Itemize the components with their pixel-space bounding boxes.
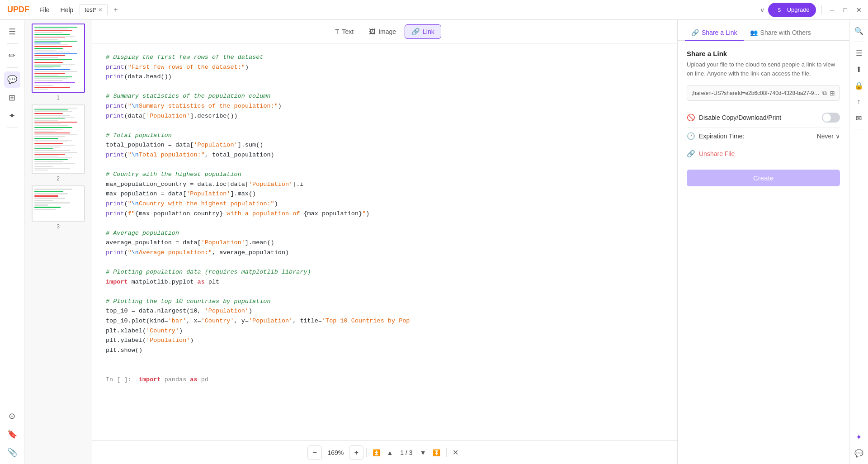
code-line-18: # Plotting population data (requires mat… — [106, 267, 664, 277]
upgrade-label: Upgrade — [787, 6, 810, 13]
right-sep-2 — [854, 129, 863, 129]
copy-link-icon[interactable]: ⧉ — [822, 89, 827, 97]
disable-option-left: 🚫 Disable Copy/Download/Print — [687, 114, 781, 122]
nav-sep — [446, 448, 447, 457]
last-page-button[interactable]: ⏬ — [430, 446, 443, 459]
menu-file[interactable]: File — [35, 5, 54, 15]
lock-right-icon[interactable]: 🔒 — [852, 78, 866, 93]
disable-option-label: Disable Copy/Download/Print — [699, 114, 781, 121]
prev-page-button[interactable]: ▲ — [383, 446, 396, 459]
link-tool-button[interactable]: 🔗 Link — [405, 24, 441, 39]
properties-right-icon[interactable]: ☰ — [852, 46, 866, 60]
thumb-img-3 — [32, 185, 85, 222]
share-link-value: ;hare/en-US?shareId=e2b6c08f-740d-4328-b… — [692, 90, 820, 96]
email-right-icon[interactable]: ✉ — [852, 111, 866, 125]
thumbnail-icon[interactable]: ☰ — [4, 24, 20, 40]
pages-icon[interactable]: ⊞ — [4, 90, 20, 106]
code-line-21: top_10 = data.nlargest(10, 'Population') — [106, 306, 664, 316]
code-line-19: import matplotlib.pyplot as plt — [106, 277, 664, 287]
code-view: # Display the first few rows of the data… — [92, 43, 677, 440]
window-minimize-chevron[interactable]: ∨ — [760, 6, 764, 14]
code-line-6: print(data['Population'].describe()) — [106, 111, 664, 121]
comment-icon[interactable]: 💬 — [4, 71, 20, 88]
bookmark-icon[interactable]: 🔖 — [4, 426, 20, 442]
share-link-icon: 🔗 — [691, 29, 699, 36]
share-link-tab[interactable]: 🔗 Share a Link — [685, 25, 744, 41]
share-tabs: 🔗 Share a Link 👥 Share with Others — [678, 20, 849, 41]
create-link-button[interactable]: Create — [687, 170, 840, 186]
expiry-value-dropdown[interactable]: Never ∨ — [817, 133, 840, 140]
thumbnail-page-2[interactable]: 2 — [32, 104, 85, 182]
disable-option: 🚫 Disable Copy/Download/Print — [687, 108, 840, 128]
thumb-page-num-2: 2 — [57, 175, 60, 182]
active-tab[interactable]: test* ✕ — [80, 4, 108, 15]
next-page-button[interactable]: ▼ — [416, 446, 430, 459]
unshare-label: Unshare File — [699, 150, 735, 157]
sidebar-sep-1 — [7, 43, 18, 44]
menu-help[interactable]: Help — [56, 5, 78, 15]
current-page: 1 — [400, 449, 404, 456]
code-line-13: print("\nCountry with the highest popula… — [106, 199, 664, 209]
code-line-17: print("\nAverage population:", average_p… — [106, 248, 664, 258]
image-tool-button[interactable]: 🖼 Image — [362, 24, 403, 38]
close-bar-button[interactable]: ✕ — [449, 446, 462, 459]
share-section-title: Share a Link — [687, 50, 840, 57]
edit-icon[interactable]: ✏ — [4, 47, 20, 64]
thumbnail-page-3[interactable]: 3 — [32, 185, 85, 230]
page-info: 1 / 3 — [396, 449, 416, 456]
extract-right-icon[interactable]: ⬆ — [852, 62, 866, 76]
code-line-bottom: In [ ]: import pandas as pd — [106, 375, 664, 385]
ai-right-icon[interactable]: ✦ — [852, 430, 866, 444]
content-area: T Text 🖼 Image 🔗 Link # Display the firs… — [92, 20, 677, 464]
text-search-icon[interactable]: ✦ — [4, 108, 20, 124]
comment-right-icon[interactable]: 💬 — [852, 446, 866, 460]
share-others-tab-label: Share with Others — [760, 29, 811, 36]
new-tab-button[interactable]: ＋ — [109, 4, 122, 15]
code-line-12: max_population = data['Population'].max(… — [106, 189, 664, 199]
minimize-button[interactable]: ─ — [827, 6, 837, 14]
main-area: ☰ ✏ 💬 ⊞ ✦ ⊙ 🔖 📎 — [0, 20, 868, 464]
code-line-3: print(data.head()) — [106, 72, 664, 82]
upgrade-button[interactable]: S Upgrade — [768, 3, 816, 17]
qr-code-icon[interactable]: ⊞ — [830, 90, 835, 97]
code-line-15: # Average population — [106, 228, 664, 238]
share-others-tab[interactable]: 👥 Share with Others — [744, 25, 817, 41]
code-line-2: print("First few rows of the dataset:") — [106, 62, 664, 72]
zoom-in-button[interactable]: + — [349, 445, 363, 460]
thumb-img-2 — [32, 104, 85, 174]
thumbnail-page-1[interactable]: 1 — [32, 24, 85, 101]
layers-icon[interactable]: ⊙ — [4, 408, 20, 424]
upload-right-icon[interactable]: ↑ — [852, 95, 866, 109]
code-line-11: max_population_country = data.loc[data['… — [106, 180, 664, 189]
disable-option-icon: 🚫 — [687, 114, 695, 122]
code-line-22: top_10.plot(kind='bar', x='Country', y='… — [106, 316, 664, 326]
code-line-14: print(f"{max_population_country} with a … — [106, 209, 664, 219]
zoom-level-display: 169% — [322, 449, 349, 456]
thumb-page-num-1: 1 — [57, 95, 60, 101]
toolbar: T Text 🖼 Image 🔗 Link — [92, 20, 677, 43]
zoom-out-button[interactable]: − — [307, 445, 322, 460]
attachment-icon[interactable]: 📎 — [4, 444, 20, 460]
page-separator: / — [406, 449, 409, 456]
first-page-button[interactable]: ⏫ — [369, 446, 383, 459]
expiry-label: Expiration Time: — [699, 133, 744, 140]
unshare-icon: 🔗 — [687, 150, 695, 158]
code-line-10: # Country with the highest population — [106, 170, 664, 180]
link-tool-label: Link — [423, 28, 434, 35]
share-link-box: ;hare/en-US?shareId=e2b6c08f-740d-4328-b… — [687, 85, 840, 101]
unshare-option[interactable]: 🔗 Unshare File — [687, 145, 840, 162]
tab-close-button[interactable]: ✕ — [98, 7, 103, 13]
thumb-img-1 — [32, 24, 85, 93]
disable-toggle[interactable] — [822, 113, 840, 123]
sidebar-sep-3 — [7, 128, 18, 128]
right-sidebar: 🔍 ☰ ⬆ 🔒 ↑ ✉ ✦ 💬 — [849, 20, 868, 464]
maximize-button[interactable]: □ — [841, 6, 850, 14]
text-tool-icon: T — [335, 28, 339, 35]
close-button[interactable]: ✕ — [854, 6, 864, 14]
toggle-knob — [823, 114, 831, 122]
search-right-icon[interactable]: 🔍 — [852, 24, 866, 38]
text-tool-button[interactable]: T Text — [328, 24, 360, 38]
zoom-sep — [366, 448, 367, 457]
sidebar-sep-2 — [7, 67, 18, 68]
left-sidebar: ☰ ✏ 💬 ⊞ ✦ ⊙ 🔖 📎 — [0, 20, 24, 464]
